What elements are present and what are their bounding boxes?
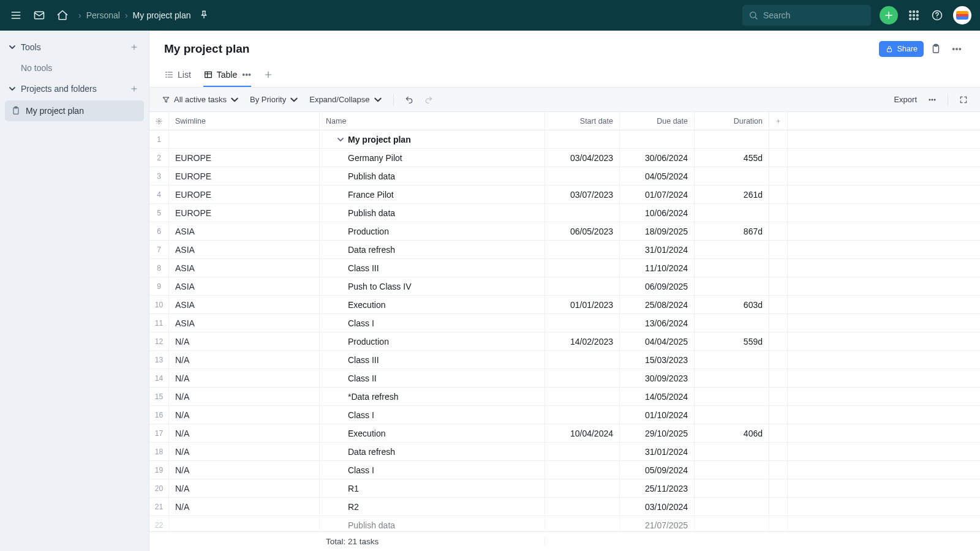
- cell-start[interactable]: [545, 204, 620, 222]
- cell-duration[interactable]: [695, 204, 769, 222]
- cell-duration[interactable]: [695, 369, 769, 387]
- col-swimline[interactable]: Swimline: [169, 112, 320, 130]
- export-button[interactable]: Export: [894, 95, 917, 104]
- sidebar-section-tools[interactable]: Tools: [0, 37, 149, 58]
- cell-duration[interactable]: [695, 516, 769, 531]
- cell-swimline[interactable]: N/A: [169, 424, 320, 442]
- cell-start[interactable]: [545, 498, 620, 515]
- breadcrumb-current[interactable]: My project plan: [133, 10, 191, 20]
- cell-swimline[interactable]: ASIA: [169, 277, 320, 295]
- cell-duration[interactable]: 603d: [695, 296, 769, 313]
- cell-start[interactable]: [545, 241, 620, 258]
- cell-start[interactable]: 06/05/2023: [545, 222, 620, 240]
- cell-due[interactable]: 18/09/2025: [620, 222, 695, 240]
- cell-name[interactable]: Germany Pilot: [320, 149, 545, 167]
- table-row[interactable]: 12N/AProduction14/02/202304/04/2025559d: [149, 332, 980, 351]
- cell-swimline[interactable]: EUROPE: [169, 167, 320, 185]
- cell-due[interactable]: 04/04/2025: [620, 332, 695, 350]
- table-row[interactable]: 15N/A*Data refresh14/05/2024: [149, 388, 980, 406]
- cell-duration[interactable]: 261d: [695, 186, 769, 203]
- hamburger-icon[interactable]: [9, 8, 23, 23]
- cell-swimline[interactable]: EUROPE: [169, 204, 320, 222]
- cell-due[interactable]: 25/08/2024: [620, 296, 695, 313]
- cell-duration[interactable]: 406d: [695, 424, 769, 442]
- add-view-button[interactable]: [263, 65, 273, 87]
- cell-swimline[interactable]: N/A: [169, 388, 320, 405]
- sidebar-section-projects[interactable]: Projects and folders: [0, 78, 149, 99]
- cell-due[interactable]: 29/10/2025: [620, 424, 695, 442]
- cell-swimline[interactable]: EUROPE: [169, 149, 320, 167]
- cell-start[interactable]: [545, 277, 620, 295]
- cell-start[interactable]: [545, 516, 620, 531]
- cell-due[interactable]: 11/10/2024: [620, 259, 695, 277]
- clipboard-history-icon[interactable]: [927, 40, 944, 58]
- cell-name[interactable]: Publish data: [320, 516, 545, 531]
- cell-due[interactable]: 31/01/2024: [620, 241, 695, 258]
- cell-name[interactable]: Data refresh: [320, 241, 545, 258]
- cell-duration[interactable]: 455d: [695, 149, 769, 167]
- chevron-down-icon[interactable]: [337, 136, 344, 143]
- cell-start[interactable]: 03/04/2023: [545, 149, 620, 167]
- expand-collapse[interactable]: Expand/Collapse: [309, 95, 382, 104]
- cell-swimline[interactable]: N/A: [169, 351, 320, 369]
- cell-swimline[interactable]: N/A: [169, 443, 320, 460]
- cell-name[interactable]: Production: [320, 332, 545, 350]
- cell-duration[interactable]: [695, 498, 769, 515]
- cell-swimline[interactable]: ASIA: [169, 222, 320, 240]
- cell-due[interactable]: 13/06/2024: [620, 314, 695, 332]
- cell-name[interactable]: Push to Class IV: [320, 277, 545, 295]
- tab-more-icon[interactable]: •••: [242, 70, 251, 80]
- cell-due[interactable]: 05/09/2024: [620, 461, 695, 479]
- cell-due[interactable]: 25/11/2023: [620, 479, 695, 497]
- table-row[interactable]: 21N/AR203/10/2024: [149, 498, 980, 516]
- cell-name[interactable]: Publish data: [320, 204, 545, 222]
- table-row[interactable]: 10ASIAExecution01/01/202325/08/2024603d: [149, 296, 980, 314]
- tab-list[interactable]: List: [164, 65, 191, 87]
- add-column-button[interactable]: [769, 112, 788, 130]
- cell-start[interactable]: 01/01/2023: [545, 296, 620, 313]
- apps-icon[interactable]: [907, 8, 921, 23]
- table-row[interactable]: 9ASIAPush to Class IV06/09/2025: [149, 277, 980, 296]
- cell-duration[interactable]: [695, 443, 769, 460]
- add-tool-button[interactable]: [128, 41, 140, 53]
- pin-icon[interactable]: [198, 8, 209, 23]
- cell-start[interactable]: [545, 369, 620, 387]
- cell-start[interactable]: 14/02/2023: [545, 332, 620, 350]
- col-start-date rendered[interactable]: Start date: [545, 112, 620, 130]
- table-row[interactable]: 19N/AClass I05/09/2024: [149, 461, 980, 479]
- cell-duration[interactable]: [695, 388, 769, 405]
- avatar[interactable]: [953, 6, 971, 24]
- redo-button[interactable]: [424, 96, 433, 104]
- cell-name[interactable]: Class I: [320, 406, 545, 424]
- cell-due[interactable]: 21/07/2025: [620, 516, 695, 531]
- table-row[interactable]: 16N/AClass I01/10/2024: [149, 406, 980, 424]
- undo-button[interactable]: [405, 96, 413, 104]
- cell-name[interactable]: Execution: [320, 296, 545, 313]
- cell-start[interactable]: [545, 351, 620, 369]
- cell-swimline[interactable]: N/A: [169, 369, 320, 387]
- cell-start[interactable]: [545, 461, 620, 479]
- cell-name[interactable]: Production: [320, 222, 545, 240]
- table-row[interactable]: 7ASIAData refresh31/01/2024: [149, 241, 980, 259]
- cell-due[interactable]: 31/01/2024: [620, 443, 695, 460]
- table-row[interactable]: 2EUROPEGermany Pilot03/04/202330/06/2024…: [149, 149, 980, 167]
- tab-table[interactable]: Table •••: [203, 65, 251, 87]
- cell-due[interactable]: 01/07/2024: [620, 186, 695, 203]
- cell-duration[interactable]: [695, 461, 769, 479]
- cell-swimline[interactable]: N/A: [169, 479, 320, 497]
- cell-due[interactable]: 15/03/2023: [620, 351, 695, 369]
- cell-duration[interactable]: [695, 406, 769, 424]
- table-row[interactable]: 17N/AExecution10/04/202429/10/2025406d: [149, 424, 980, 443]
- col-due-date[interactable]: Due date: [620, 112, 695, 130]
- cell-duration[interactable]: [695, 167, 769, 185]
- cell-name[interactable]: Publish data: [320, 167, 545, 185]
- table-row[interactable]: 6ASIAProduction06/05/202318/09/2025867d: [149, 222, 980, 241]
- cell-swimline[interactable]: N/A: [169, 332, 320, 350]
- cell-start[interactable]: [545, 314, 620, 332]
- table-row[interactable]: 22Publish data21/07/2025: [149, 516, 980, 531]
- table-row[interactable]: 14N/AClass II30/09/2023: [149, 369, 980, 388]
- cell-name[interactable]: Class I: [320, 461, 545, 479]
- cell-swimline[interactable]: ASIA: [169, 296, 320, 313]
- cell-due[interactable]: 14/05/2024: [620, 388, 695, 405]
- table-row[interactable]: 3EUROPEPublish data04/05/2024: [149, 167, 980, 186]
